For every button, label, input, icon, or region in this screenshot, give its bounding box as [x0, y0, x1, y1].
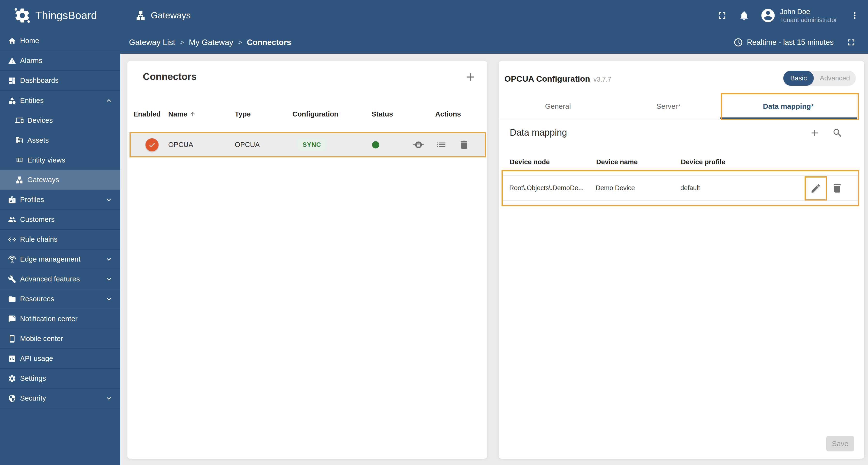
connector-actions — [413, 139, 485, 150]
chevron-down-icon — [105, 255, 113, 263]
timewindow-control[interactable]: Realtime - last 15 minutes — [734, 37, 834, 47]
brand-name: ThingsBoard — [35, 9, 97, 22]
sidebar-item-customers[interactable]: Customers — [0, 210, 120, 230]
sidebar-item-home[interactable]: Home — [0, 31, 120, 51]
tab-data-mapping[interactable]: Data mapping* — [720, 93, 857, 119]
thingsboard-logo-icon — [13, 7, 31, 24]
table-row[interactable]: OPCUA OPCUA SYNC — [131, 133, 485, 156]
clock-icon — [734, 37, 743, 47]
rpc-lock-icon[interactable] — [413, 139, 424, 150]
mode-toggle[interactable]: Basic Advanced — [783, 71, 856, 86]
bar-chart-icon — [8, 354, 16, 363]
fullscreen-icon[interactable] — [716, 10, 727, 21]
chevron-up-icon — [105, 96, 113, 105]
sidebar-item-profiles[interactable]: Profiles — [0, 190, 120, 210]
topbar-actions: John Doe Tenant administrator — [716, 7, 860, 24]
device-name-value: Demo Device — [596, 184, 680, 192]
tab-server[interactable]: Server* — [617, 93, 720, 119]
sidebar-nav: Home Alarms Dashboards Entities Devices … — [0, 31, 120, 465]
shield-icon — [8, 394, 16, 403]
brand[interactable]: ThingsBoard — [13, 7, 97, 24]
sidebar-item-devices[interactable]: Devices — [0, 111, 120, 130]
col-enabled: Enabled — [133, 110, 168, 118]
breadcrumb-gateway-list[interactable]: Gateway List — [129, 38, 175, 47]
devices-icon — [15, 116, 24, 124]
gateways-sitemap-icon — [135, 10, 146, 21]
delete-mapping-icon[interactable] — [832, 182, 843, 194]
connectors-table-header: Enabled Name Type Configuration Status A… — [127, 105, 487, 123]
search-icon[interactable] — [832, 128, 843, 138]
building-icon — [15, 136, 24, 144]
warning-icon — [8, 57, 16, 65]
sidebar-item-edge-management[interactable]: Edge management — [0, 250, 120, 269]
people-icon — [8, 215, 16, 224]
save-button[interactable]: Save — [826, 436, 854, 452]
sidebar-item-mobile-center[interactable]: Mobile center — [0, 329, 120, 349]
col-configuration: Configuration — [292, 110, 372, 118]
add-mapping-button[interactable] — [809, 128, 820, 138]
col-name[interactable]: Name — [168, 110, 235, 118]
col-actions: Actions — [435, 110, 480, 118]
connectors-panel: Connectors Enabled Name Type Configurati… — [127, 61, 487, 459]
tab-general[interactable]: General — [499, 93, 617, 119]
sidebar-item-notification-center[interactable]: Notification center — [0, 309, 120, 329]
col-device-profile: Device profile — [681, 158, 859, 166]
sidebar-item-entities[interactable]: Entities — [0, 91, 120, 111]
more-vert-icon[interactable] — [849, 10, 860, 21]
add-connector-button[interactable] — [464, 71, 476, 83]
status-ok-dot — [372, 141, 379, 148]
col-type: Type — [235, 110, 292, 118]
col-device-name: Device name — [596, 158, 681, 166]
user-info[interactable]: John Doe Tenant administrator — [780, 7, 837, 24]
breadcrumb-my-gateway[interactable]: My Gateway — [189, 38, 233, 47]
chevron-down-icon — [105, 275, 113, 283]
connector-name: OPCUA — [168, 141, 235, 149]
delete-connector-icon[interactable] — [459, 139, 470, 150]
edit-pencil-icon[interactable] — [810, 183, 821, 194]
config-version: v3.7.7 — [593, 76, 612, 83]
notifications-bell-icon[interactable] — [739, 10, 749, 21]
sort-asc-icon — [189, 111, 196, 117]
sidebar-item-gateways[interactable]: Gateways — [0, 170, 120, 190]
sidebar-item-security[interactable]: Security — [0, 388, 120, 408]
breadcrumb-bar: Gateway List > My Gateway > Connectors R… — [120, 31, 868, 54]
gear-icon — [8, 374, 16, 383]
chevron-down-icon — [105, 196, 113, 204]
sidebar-item-api-usage[interactable]: API usage — [0, 349, 120, 369]
page-title-block: Gateways — [135, 10, 191, 21]
config-title: OPCUA Configuration — [504, 74, 590, 84]
sitemap-icon — [15, 176, 24, 184]
sidebar-item-alarms[interactable]: Alarms — [0, 51, 120, 71]
mapping-row-highlight: Root\.Objects\.DemoDe... Demo Device def… — [501, 170, 859, 206]
page-title: Gateways — [151, 10, 191, 21]
breadcrumb-separator: > — [238, 38, 242, 46]
sidebar-item-resources[interactable]: Resources — [0, 289, 120, 309]
mode-advanced[interactable]: Advanced — [814, 74, 856, 82]
sidebar-item-advanced-features[interactable]: Advanced features — [0, 269, 120, 289]
message-icon — [8, 315, 16, 323]
sync-badge: SYNC — [297, 138, 327, 151]
home-icon — [8, 37, 16, 45]
dashboard-fullscreen-icon[interactable] — [846, 37, 857, 48]
device-node-value: Root\.Objects\.DemoDe... — [509, 184, 596, 192]
folder-icon — [8, 295, 16, 303]
sidebar-item-settings[interactable]: Settings — [0, 369, 120, 388]
sidebar-item-rule-chains[interactable]: Rule chains — [0, 230, 120, 250]
dashboard-icon — [8, 77, 16, 85]
sidebar-item-assets[interactable]: Assets — [0, 130, 120, 150]
breadcrumb: Gateway List > My Gateway > Connectors — [129, 38, 291, 47]
config-title-row: OPCUA Configuration v3.7.7 — [504, 74, 611, 84]
mode-basic[interactable]: Basic — [783, 71, 814, 86]
logs-list-icon[interactable] — [436, 139, 447, 150]
user-role: Tenant administrator — [780, 16, 837, 24]
breadcrumb-separator: > — [180, 38, 184, 46]
antenna-icon — [8, 255, 16, 263]
view-quilt-icon — [15, 156, 24, 164]
enabled-toggle[interactable] — [137, 141, 157, 149]
sidebar-item-entity-views[interactable]: Entity views — [0, 150, 120, 170]
connectors-title: Connectors — [143, 71, 196, 82]
sidebar-item-dashboards[interactable]: Dashboards — [0, 71, 120, 91]
connector-row-highlight: OPCUA OPCUA SYNC — [129, 132, 486, 157]
top-app-bar: ThingsBoard Gateways John Doe Tenant adm… — [0, 0, 868, 31]
user-avatar[interactable] — [760, 7, 776, 24]
